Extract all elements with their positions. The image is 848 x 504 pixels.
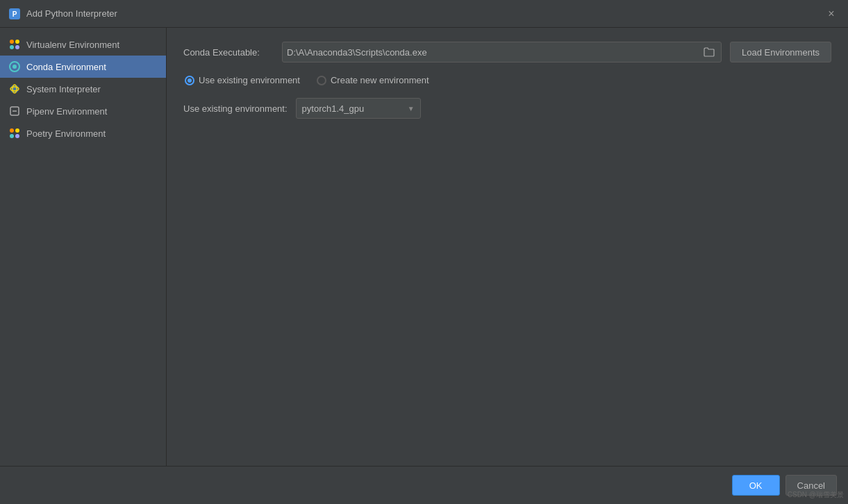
svg-point-2 bbox=[10, 40, 14, 44]
close-button[interactable]: × bbox=[823, 6, 840, 22]
svg-point-16 bbox=[15, 134, 19, 138]
browse-folder-button[interactable] bbox=[701, 44, 717, 60]
create-new-radio-label: Create new environment bbox=[331, 75, 429, 85]
sidebar-item-virtualenv[interactable]: Virtualenv Environment bbox=[0, 33, 166, 56]
conda-path-field[interactable]: D:\A\Anaconda3\Scripts\conda.exe bbox=[282, 42, 722, 62]
poetry-icon bbox=[8, 127, 21, 140]
ok-button[interactable]: OK bbox=[732, 475, 780, 496]
sidebar: Virtualenv Environment Conda Environment bbox=[0, 28, 167, 466]
use-existing-radio-indicator bbox=[185, 76, 194, 85]
svg-point-8 bbox=[10, 85, 19, 93]
pipenv-icon bbox=[8, 105, 21, 117]
conda-icon bbox=[8, 60, 21, 73]
conda-executable-row: Conda Executable: D:\A\Anaconda3\Scripts… bbox=[183, 42, 831, 62]
watermark: CSDN @瑞雪美景 bbox=[788, 490, 844, 500]
svg-point-5 bbox=[15, 45, 19, 49]
app-icon: P bbox=[8, 8, 21, 20]
svg-text:P: P bbox=[13, 10, 17, 18]
svg-point-13 bbox=[10, 128, 14, 133]
use-existing-radio[interactable]: Use existing environment bbox=[185, 75, 300, 85]
existing-env-label: Use existing environment: bbox=[183, 103, 288, 114]
sidebar-label-poetry: Poetry Environment bbox=[26, 128, 106, 139]
conda-executable-label: Conda Executable: bbox=[183, 47, 274, 58]
svg-point-15 bbox=[10, 134, 14, 138]
chevron-down-icon: ▼ bbox=[408, 105, 415, 112]
create-new-radio[interactable]: Create new environment bbox=[317, 75, 429, 85]
sidebar-item-poetry[interactable]: Poetry Environment bbox=[0, 122, 166, 144]
conda-path-text: D:\A\Anaconda3\Scripts\conda.exe bbox=[287, 47, 697, 58]
system-icon bbox=[8, 83, 21, 95]
sidebar-item-system[interactable]: System Interpreter bbox=[0, 78, 166, 100]
existing-env-row: Use existing environment: pytorch1.4_gpu… bbox=[183, 98, 831, 119]
existing-env-selected-value: pytorch1.4_gpu bbox=[302, 103, 402, 114]
existing-env-select[interactable]: pytorch1.4_gpu ▼ bbox=[296, 98, 421, 119]
sidebar-label-conda: Conda Environment bbox=[26, 62, 106, 72]
bottom-bar: OK Cancel bbox=[0, 466, 848, 504]
create-new-radio-indicator bbox=[317, 76, 326, 85]
svg-point-14 bbox=[15, 128, 19, 133]
sidebar-label-system: System Interpreter bbox=[26, 84, 101, 94]
dialog-title: Add Python Interpreter bbox=[26, 8, 823, 19]
virtualenv-icon bbox=[8, 38, 21, 51]
svg-point-7 bbox=[13, 65, 17, 69]
svg-point-3 bbox=[15, 40, 19, 44]
title-bar: P Add Python Interpreter × bbox=[0, 0, 848, 28]
use-existing-radio-label: Use existing environment bbox=[199, 75, 300, 85]
sidebar-item-conda[interactable]: Conda Environment bbox=[0, 56, 166, 78]
load-environments-button[interactable]: Load Environments bbox=[730, 42, 831, 62]
sidebar-label-pipenv: Pipenv Environment bbox=[26, 106, 107, 117]
sidebar-item-pipenv[interactable]: Pipenv Environment bbox=[0, 100, 166, 122]
dialog-content: Virtualenv Environment Conda Environment bbox=[0, 28, 848, 466]
svg-point-4 bbox=[10, 45, 14, 49]
main-panel: Conda Executable: D:\A\Anaconda3\Scripts… bbox=[167, 28, 848, 466]
dialog-add-python-interpreter: P Add Python Interpreter × Virtualenv En… bbox=[0, 0, 848, 504]
radio-options-row: Use existing environment Create new envi… bbox=[183, 75, 831, 85]
sidebar-label-virtualenv: Virtualenv Environment bbox=[26, 40, 119, 50]
